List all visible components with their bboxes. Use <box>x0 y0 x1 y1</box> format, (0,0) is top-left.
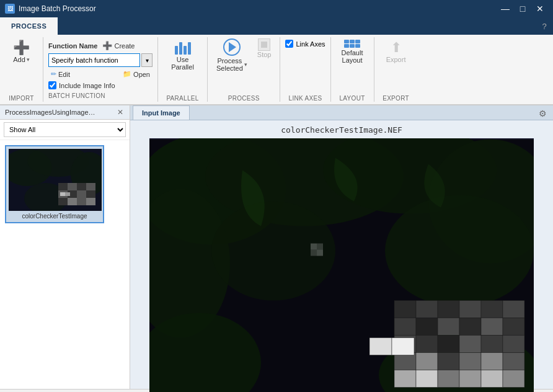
sidebar-titlebar: ProcessImagesUsingImage… ✕ <box>0 105 130 120</box>
tab-input-image[interactable]: Input Image <box>133 105 190 120</box>
use-parallel-label: Use Parallel <box>171 56 194 71</box>
open-icon: 📁 <box>123 70 131 78</box>
process-dropdown-icon: ▾ <box>244 61 247 68</box>
stop-square <box>261 42 267 48</box>
process-label: PROCESS <box>228 94 260 102</box>
function-name-input[interactable] <box>48 53 140 67</box>
default-layout-button[interactable]: Default Layout <box>338 37 367 66</box>
title-bar-left: 🖼 Image Batch Processor <box>5 4 96 14</box>
ribbon-content: ➕ Add ▾ IMPORT Function Name ➕ Create ▾ <box>0 35 553 105</box>
svg-rect-32 <box>459 301 481 318</box>
play-triangle <box>229 42 236 52</box>
close-button[interactable]: ✕ <box>532 2 548 15</box>
svg-rect-58 <box>503 370 524 388</box>
tab-settings-button[interactable]: ⚙ <box>535 107 551 120</box>
export-button[interactable]: ⬆ Export <box>383 37 410 66</box>
svg-rect-40 <box>503 318 524 336</box>
ribbon-group-process: ProcessSelected ▾ Stop PROCESS <box>208 37 280 102</box>
svg-rect-57 <box>481 370 503 388</box>
link-axes-label: Link Axes <box>296 40 325 48</box>
edit-open-row: ✏ Edit 📁 Open <box>48 69 153 79</box>
tab-actions: ⚙ <box>535 107 551 120</box>
link-axes-checkbox[interactable] <box>285 40 293 48</box>
process-selected-button[interactable]: ProcessSelected ▾ <box>213 37 251 73</box>
include-image-info-row: Include Image Info <box>48 81 115 89</box>
add-icon: ➕ <box>13 40 30 56</box>
open-button[interactable]: 📁 Open <box>120 69 153 79</box>
svg-rect-34 <box>503 301 524 318</box>
add-button[interactable]: ➕ Add ▾ <box>8 37 35 66</box>
svg-rect-30 <box>416 301 438 318</box>
svg-rect-49 <box>438 353 459 370</box>
svg-rect-44 <box>459 336 481 353</box>
sidebar-title: ProcessImagesUsingImage… <box>5 109 95 116</box>
tab-process[interactable]: PROCESS <box>0 17 58 35</box>
svg-rect-33 <box>481 301 503 318</box>
layout-label: LAYOUT <box>340 94 365 102</box>
edit-icon: ✏ <box>51 70 56 78</box>
svg-rect-48 <box>416 353 438 370</box>
svg-rect-17 <box>60 192 65 196</box>
svg-rect-8 <box>86 183 95 190</box>
use-parallel-button[interactable]: Use Parallel <box>167 37 198 73</box>
sidebar-filter: Show All <box>0 120 130 140</box>
export-icon: ⬆ <box>391 40 402 56</box>
export-label-group: EXPORT <box>383 94 409 102</box>
layout-grid-icon <box>344 40 360 48</box>
svg-rect-46 <box>503 336 524 353</box>
svg-rect-64 <box>317 244 323 250</box>
thumb-svg <box>9 149 102 211</box>
svg-rect-39 <box>481 318 503 336</box>
sidebar: ProcessImagesUsingImage… ✕ Show All <box>0 105 130 389</box>
help-button[interactable]: ? <box>536 17 553 35</box>
link-axes-group-label: LINK AXES <box>289 94 322 102</box>
svg-rect-54 <box>416 370 438 388</box>
svg-rect-50 <box>459 353 481 370</box>
parallel-bars-icon <box>175 40 191 55</box>
include-image-info-checkbox[interactable] <box>48 81 56 89</box>
ribbon-group-parallel: Use Parallel PARALLEL <box>158 37 208 102</box>
svg-rect-14 <box>68 198 77 205</box>
sidebar-images: colorCheckerTestImage <box>0 140 130 389</box>
svg-rect-15 <box>77 198 86 205</box>
svg-rect-37 <box>438 318 459 336</box>
svg-rect-36 <box>416 318 438 336</box>
edit-button[interactable]: ✏ Edit <box>48 69 73 79</box>
filter-select[interactable]: Show All <box>4 122 126 137</box>
svg-rect-60 <box>392 338 414 355</box>
app-icon: 🖼 <box>5 4 15 14</box>
maximize-button[interactable]: □ <box>515 2 531 15</box>
svg-rect-11 <box>77 190 86 198</box>
default-layout-label: Default Layout <box>342 49 363 64</box>
window-controls: — □ ✕ <box>497 2 548 15</box>
play-icon <box>223 38 241 56</box>
stop-label: Stop <box>257 51 272 58</box>
svg-rect-56 <box>459 370 481 388</box>
parallel-label: PARALLEL <box>166 94 198 102</box>
function-dropdown-button[interactable]: ▾ <box>141 53 153 67</box>
svg-rect-42 <box>416 336 438 353</box>
svg-rect-29 <box>394 301 416 318</box>
ribbon-group-import: ➕ Add ▾ IMPORT <box>0 37 43 102</box>
svg-rect-7 <box>77 183 86 190</box>
thumbnail-preview <box>9 149 102 211</box>
svg-rect-51 <box>481 353 503 370</box>
ribbon-group-batch-function: Function Name ➕ Create ▾ ✏ Edit 📁 Open <box>43 37 158 102</box>
function-name-row: Function Name ➕ Create <box>48 40 153 51</box>
svg-rect-13 <box>58 198 68 205</box>
image-thumbnail[interactable]: colorCheckerTestImage <box>5 145 104 223</box>
app-title: Image Batch Processor <box>19 4 96 13</box>
stop-button[interactable]: Stop <box>254 37 275 60</box>
svg-rect-65 <box>311 250 317 256</box>
svg-rect-63 <box>311 244 317 250</box>
svg-rect-35 <box>394 318 416 336</box>
content-area: Input Image ⚙ colorCheckerTestImage.NEF <box>130 105 553 389</box>
minimize-button[interactable]: — <box>497 2 513 15</box>
svg-rect-66 <box>317 250 323 256</box>
create-button[interactable]: ➕ Create <box>100 40 137 51</box>
export-label: Export <box>386 56 406 63</box>
sidebar-close-button[interactable]: ✕ <box>116 108 125 117</box>
ribbon-group-layout: Default Layout LAYOUT <box>331 37 374 102</box>
svg-rect-31 <box>438 301 459 318</box>
thumbnail-label: colorCheckerTestImage <box>9 213 100 220</box>
